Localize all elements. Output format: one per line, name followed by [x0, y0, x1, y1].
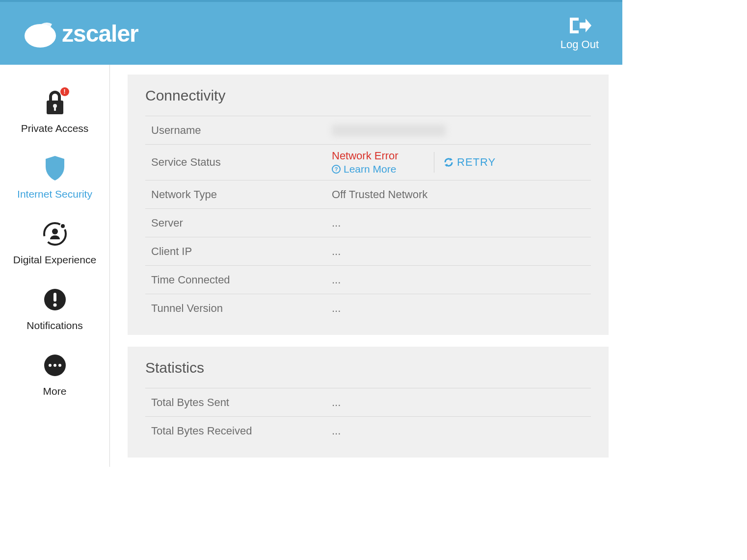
client-ip-value: ... — [332, 245, 591, 258]
client-ip-label: Client IP — [145, 245, 332, 258]
service-status-value: Network Error — [332, 150, 425, 162]
row-tunnel-version: Tunnel Version ... — [145, 294, 591, 322]
sidebar-item-label: Private Access — [21, 123, 89, 134]
total-bytes-received-label: Total Bytes Received — [145, 425, 332, 437]
time-connected-value: ... — [332, 274, 591, 286]
exclamation-icon — [42, 286, 68, 313]
network-type-value: Off Trusted Network — [332, 188, 591, 201]
lock-icon — [42, 89, 68, 116]
svg-text:zscaler: zscaler — [62, 21, 138, 47]
total-bytes-received-value: ... — [332, 425, 591, 437]
total-bytes-sent-value: ... — [332, 396, 591, 409]
service-status-label: Service Status — [145, 156, 332, 169]
row-total-bytes-sent: Total Bytes Sent ... — [145, 388, 591, 416]
row-network-type: Network Type Off Trusted Network — [145, 180, 591, 208]
svg-point-10 — [53, 304, 56, 307]
username-label: Username — [145, 124, 332, 137]
learn-more-label: Learn More — [344, 163, 396, 175]
svg-rect-4 — [54, 106, 56, 111]
sidebar-item-more[interactable]: More — [0, 352, 109, 397]
divider — [434, 152, 434, 173]
sidebar-item-digital-experience[interactable]: Digital Experience — [0, 221, 109, 266]
sidebar-item-internet-security[interactable]: Internet Security — [0, 155, 109, 200]
time-connected-label: Time Connected — [145, 274, 332, 286]
sidebar-item-private-access[interactable]: Private Access — [0, 89, 109, 134]
server-value: ... — [332, 217, 591, 229]
learn-more-link[interactable]: ? Learn More — [332, 163, 425, 175]
shield-icon — [42, 155, 68, 181]
user-orbit-icon — [42, 221, 68, 247]
row-username: Username — [145, 116, 591, 144]
main-content: Connectivity Username Service Status Net… — [110, 65, 622, 467]
logout-label: Log Out — [560, 38, 599, 51]
sidebar-item-label: More — [43, 385, 67, 397]
connectivity-card: Connectivity Username Service Status Net… — [128, 75, 609, 335]
sidebar: Private Access Internet Security Digital… — [0, 65, 110, 467]
statistics-title: Statistics — [145, 359, 591, 376]
tunnel-version-value: ... — [332, 302, 591, 315]
sidebar-item-label: Digital Experience — [13, 254, 96, 266]
app-header: zscaler Log Out — [0, 0, 622, 65]
logout-icon — [568, 16, 591, 35]
row-service-status: Service Status Network Error ? Learn Mor… — [145, 144, 591, 180]
logout-button[interactable]: Log Out — [560, 16, 599, 51]
tunnel-version-label: Tunnel Version — [145, 302, 332, 315]
svg-point-12 — [49, 364, 52, 367]
brand-logo: zscaler — [24, 16, 176, 51]
network-type-label: Network Type — [145, 188, 332, 201]
statistics-card: Statistics Total Bytes Sent ... Total By… — [128, 347, 609, 458]
row-total-bytes-received: Total Bytes Received ... — [145, 416, 591, 445]
sidebar-item-notifications[interactable]: Notifications — [0, 286, 109, 331]
svg-rect-9 — [53, 293, 56, 302]
svg-text:?: ? — [335, 166, 338, 172]
sidebar-item-label: Notifications — [27, 320, 82, 331]
retry-button[interactable]: RETRY — [443, 156, 496, 169]
refresh-icon — [443, 157, 454, 168]
more-icon — [42, 352, 68, 379]
retry-label: RETRY — [457, 156, 496, 169]
row-server: Server ... — [145, 208, 591, 237]
alert-badge — [60, 87, 69, 96]
connectivity-title: Connectivity — [145, 87, 591, 104]
sidebar-item-label: Internet Security — [17, 188, 92, 200]
username-value — [332, 125, 591, 136]
row-time-connected: Time Connected ... — [145, 265, 591, 294]
svg-point-6 — [61, 224, 65, 228]
svg-point-7 — [52, 229, 58, 234]
row-client-ip: Client IP ... — [145, 237, 591, 265]
server-label: Server — [145, 217, 332, 229]
info-icon: ? — [332, 165, 341, 174]
svg-point-14 — [58, 364, 61, 367]
total-bytes-sent-label: Total Bytes Sent — [145, 396, 332, 409]
svg-point-13 — [53, 364, 56, 367]
